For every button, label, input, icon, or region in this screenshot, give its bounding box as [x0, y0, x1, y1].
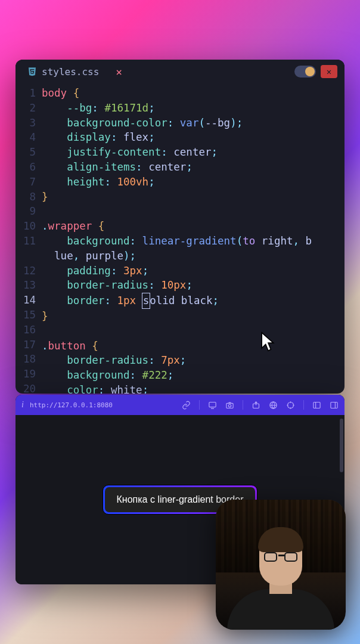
line-number: 17: [15, 338, 36, 352]
code-line[interactable]: body {: [42, 86, 345, 101]
code-line[interactable]: border-radius: 7px;: [42, 353, 345, 368]
code-line[interactable]: background: #222;: [42, 368, 345, 383]
code-line[interactable]: }: [42, 190, 345, 205]
code-editor-window: styles.css × ✕ 1234567891011 12131415161…: [15, 60, 345, 394]
camera-icon[interactable]: [225, 401, 234, 410]
link-icon[interactable]: [182, 401, 191, 410]
code-content[interactable]: body { --bg: #16171d; background-color: …: [42, 86, 345, 394]
tab-filename: styles.css: [42, 66, 99, 78]
line-number: 4: [15, 130, 36, 145]
code-line[interactable]: border: 1px solid black;: [42, 293, 345, 309]
browser-toolbar-icons: [182, 400, 339, 410]
panel-left-icon[interactable]: [312, 401, 321, 410]
browser-url[interactable]: http://127.0.0.1:8080: [30, 401, 176, 409]
editor-tab[interactable]: styles.css ×: [23, 63, 127, 80]
code-line[interactable]: color: white;: [42, 383, 345, 394]
webcam-overlay: [216, 500, 346, 630]
css-file-icon: [27, 67, 37, 76]
code-line[interactable]: height: 100vh;: [42, 175, 345, 190]
globe-icon[interactable]: [269, 401, 278, 410]
line-number: 8: [15, 190, 36, 205]
code-line[interactable]: .button {: [42, 339, 345, 354]
code-line[interactable]: [42, 324, 345, 339]
webcam-person: [221, 534, 340, 630]
panel-right-icon[interactable]: [330, 401, 339, 410]
svg-point-3: [228, 404, 231, 407]
code-line[interactable]: justify-content: center;: [42, 145, 345, 160]
line-number: 5: [15, 145, 36, 160]
line-number: 14: [15, 293, 36, 308]
line-number: 11: [15, 234, 36, 249]
export-icon[interactable]: [252, 401, 260, 410]
code-line[interactable]: }: [42, 309, 345, 324]
code-area[interactable]: 1234567891011 121314151617181920 body { …: [15, 83, 345, 394]
code-line[interactable]: .wrapper {: [42, 219, 345, 234]
editor-controls: ✕: [294, 65, 337, 78]
line-number: 6: [15, 160, 36, 175]
separator: [199, 400, 200, 410]
line-number: 12: [15, 264, 36, 278]
line-number: 3: [15, 116, 36, 131]
info-icon[interactable]: i: [21, 400, 24, 410]
line-number: 1: [15, 86, 36, 101]
svg-rect-13: [331, 402, 337, 408]
target-icon[interactable]: [286, 401, 295, 410]
editor-tab-bar: styles.css × ✕: [15, 60, 345, 83]
line-number: 13: [15, 278, 36, 293]
line-number: 19: [15, 367, 36, 382]
line-number: 9: [15, 204, 36, 219]
code-line[interactable]: [42, 204, 345, 219]
theme-toggle[interactable]: [294, 66, 316, 78]
code-line[interactable]: --bg: #16171d;: [42, 101, 345, 116]
tab-close-icon[interactable]: ×: [116, 66, 122, 78]
screen-icon[interactable]: [208, 401, 217, 410]
line-number: 20: [15, 382, 36, 394]
scrollbar[interactable]: [340, 419, 343, 472]
window-close-button[interactable]: ✕: [321, 65, 337, 78]
separator: [243, 400, 243, 410]
line-number: 15: [15, 308, 36, 323]
line-number: 18: [15, 352, 36, 367]
code-line[interactable]: border-radius: 10px;: [42, 278, 345, 293]
line-number: 16: [15, 323, 36, 338]
code-line[interactable]: display: flex;: [42, 130, 345, 145]
browser-toolbar: i http://127.0.0.1:8080: [15, 395, 345, 415]
code-line[interactable]: background-color: var(--bg);: [42, 116, 345, 131]
code-line[interactable]: background: linear-gradient(to right, b …: [42, 234, 345, 264]
svg-rect-11: [314, 402, 320, 408]
svg-point-6: [288, 402, 294, 408]
svg-rect-2: [226, 403, 233, 408]
line-number: 10: [15, 219, 36, 234]
separator: [303, 400, 304, 410]
svg-rect-0: [209, 402, 216, 407]
line-number: 2: [15, 101, 36, 116]
line-number-gutter: 1234567891011 121314151617181920: [15, 86, 42, 394]
code-line[interactable]: padding: 3px;: [42, 264, 345, 278]
line-number: 7: [15, 175, 36, 190]
code-line[interactable]: align-items: center;: [42, 160, 345, 175]
